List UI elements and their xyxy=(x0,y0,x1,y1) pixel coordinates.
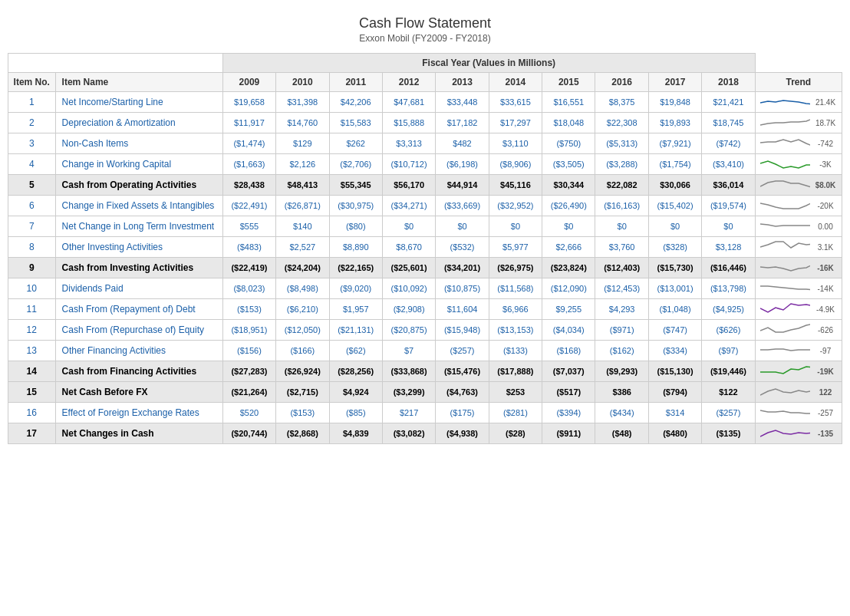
value-cell: $36,014 xyxy=(702,175,755,196)
item-no-cell: 8 xyxy=(8,237,56,258)
value-cell: $56,170 xyxy=(382,175,435,196)
value-cell: ($8,498) xyxy=(276,278,329,299)
value-cell: ($162) xyxy=(595,341,648,361)
table-row: 3Non-Cash Items($1,474)$129$262$3,313$48… xyxy=(8,133,842,154)
value-cell: ($85) xyxy=(329,403,382,423)
trend-cell: -135 xyxy=(755,423,842,444)
value-cell: $19,848 xyxy=(648,92,701,113)
item-no-cell: 14 xyxy=(8,361,56,382)
value-cell: ($2,715) xyxy=(276,382,329,403)
trend-value-label: -742 xyxy=(814,140,837,148)
trend-value-label: -135 xyxy=(814,430,837,438)
col-header-2018: 2018 xyxy=(702,73,755,92)
value-cell: $18,048 xyxy=(542,113,595,133)
value-cell: $4,293 xyxy=(595,299,648,320)
table-row: 16Effect of Foreign Exchange Rates$520($… xyxy=(8,403,842,423)
value-cell: ($1,663) xyxy=(222,154,275,175)
value-cell: $18,745 xyxy=(702,113,755,133)
value-cell: ($17,888) xyxy=(489,361,542,382)
value-cell: $217 xyxy=(382,403,435,423)
value-cell: $482 xyxy=(436,133,489,154)
value-cell: ($257) xyxy=(436,341,489,361)
value-cell: ($4,938) xyxy=(436,423,489,444)
col-header-trend: Trend xyxy=(755,73,842,92)
item-no-cell: 16 xyxy=(8,403,56,423)
value-cell: ($434) xyxy=(595,403,648,423)
value-cell: ($794) xyxy=(648,382,701,403)
trend-cell: -19K xyxy=(755,361,842,382)
value-cell: $19,893 xyxy=(648,113,701,133)
value-cell: ($742) xyxy=(702,133,755,154)
item-name-cell: Change in Fixed Assets & Intangibles xyxy=(55,196,222,216)
value-cell: ($80) xyxy=(329,216,382,237)
value-cell: ($7,037) xyxy=(542,361,595,382)
value-cell: $520 xyxy=(222,403,275,423)
value-cell: ($3,082) xyxy=(382,423,435,444)
value-cell: ($26,490) xyxy=(542,196,595,216)
value-cell: ($20,744) xyxy=(222,423,275,444)
value-cell: ($48) xyxy=(595,423,648,444)
table-row: 7Net Change in Long Term Investment$555$… xyxy=(8,216,842,237)
item-no-cell: 1 xyxy=(8,92,56,113)
trend-cell: -20K xyxy=(755,196,842,216)
value-cell: $253 xyxy=(489,382,542,403)
value-cell: $16,551 xyxy=(542,92,595,113)
item-no-cell: 15 xyxy=(8,382,56,403)
trend-value-label: -20K xyxy=(814,202,837,210)
value-cell: ($2,908) xyxy=(382,299,435,320)
trend-sparkline xyxy=(760,384,810,400)
trend-cell: -3K xyxy=(755,154,842,175)
value-cell: ($13,153) xyxy=(489,320,542,341)
trend-sparkline xyxy=(760,114,810,131)
col-header-2016: 2016 xyxy=(595,73,648,92)
item-name-cell: Other Investing Activities xyxy=(55,237,222,258)
value-cell: ($971) xyxy=(595,320,648,341)
value-cell: ($34,201) xyxy=(436,258,489,278)
value-cell: ($19,574) xyxy=(702,196,755,216)
col-header-2014: 2014 xyxy=(489,73,542,92)
value-cell: ($747) xyxy=(648,320,701,341)
value-cell: ($3,410) xyxy=(702,154,755,175)
value-cell: $262 xyxy=(329,133,382,154)
trend-value-label: -626 xyxy=(814,326,837,334)
value-cell: $0 xyxy=(489,216,542,237)
value-cell: ($24,204) xyxy=(276,258,329,278)
value-cell: $55,345 xyxy=(329,175,382,196)
table-row: 2Depreciation & Amortization$11,917$14,7… xyxy=(8,113,842,133)
table-row: 5Cash from Operating Activities$28,438$4… xyxy=(8,175,842,196)
value-cell: ($34,271) xyxy=(382,196,435,216)
trend-cell: -14K xyxy=(755,278,842,299)
trend-sparkline xyxy=(760,342,810,359)
value-cell: ($10,092) xyxy=(382,278,435,299)
item-name-cell: Net Cash Before FX xyxy=(55,382,222,403)
main-title: Cash Flow Statement xyxy=(8,15,842,31)
trend-value-label: -3K xyxy=(814,160,837,169)
value-cell: ($166) xyxy=(276,341,329,361)
value-cell: $0 xyxy=(595,216,648,237)
value-cell: ($19,446) xyxy=(702,361,755,382)
value-cell: $4,839 xyxy=(329,423,382,444)
item-no-cell: 10 xyxy=(8,278,56,299)
value-cell: $19,658 xyxy=(222,92,275,113)
value-cell: ($18,951) xyxy=(222,320,275,341)
item-name-cell: Cash from Investing Activities xyxy=(55,258,222,278)
value-cell: ($20,875) xyxy=(382,320,435,341)
trend-value-label: 21.4K xyxy=(814,98,837,107)
value-cell: ($4,925) xyxy=(702,299,755,320)
value-cell: ($5,313) xyxy=(595,133,648,154)
col-header-2010: 2010 xyxy=(276,73,329,92)
value-cell: ($156) xyxy=(222,341,275,361)
trend-cell: 122 xyxy=(755,382,842,403)
item-no-cell: 13 xyxy=(8,341,56,361)
trend-cell: -4.9K xyxy=(755,299,842,320)
trend-value-label: -257 xyxy=(814,409,837,417)
value-cell: $30,066 xyxy=(648,175,701,196)
value-cell: ($22,165) xyxy=(329,258,382,278)
value-cell: $0 xyxy=(382,216,435,237)
value-cell: ($26,975) xyxy=(489,258,542,278)
value-cell: ($175) xyxy=(436,403,489,423)
item-no-cell: 2 xyxy=(8,113,56,133)
trend-cell: -257 xyxy=(755,403,842,423)
value-cell: ($4,034) xyxy=(542,320,595,341)
value-cell: ($33,868) xyxy=(382,361,435,382)
